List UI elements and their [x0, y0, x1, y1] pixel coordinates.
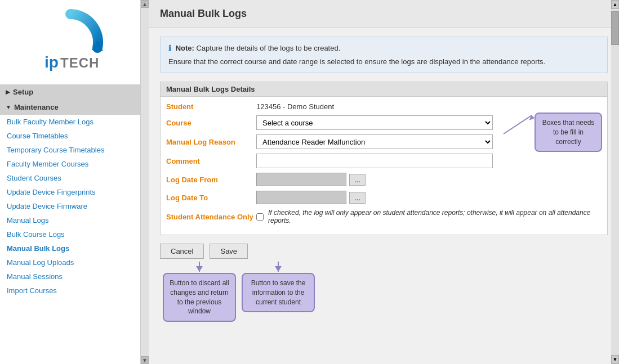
- sidebar-item-manual-sessions[interactable]: Manual Sessions: [0, 269, 140, 284]
- save-tooltip-wrapper: Button to save the information to the cu…: [239, 262, 318, 312]
- log-date-from-fields: ...: [256, 173, 366, 186]
- sidebar-item-manual-log-uploads[interactable]: Manual Log Uploads: [0, 255, 140, 269]
- cancel-button[interactable]: Cancel: [160, 244, 204, 259]
- log-date-to-input[interactable]: [256, 191, 346, 204]
- log-date-to-label: Log Date To: [166, 194, 256, 202]
- sidebar-item-bulk-course-logs[interactable]: Bulk Course Logs: [0, 227, 140, 241]
- main-scroll-up-btn[interactable]: ▲: [611, 0, 619, 9]
- boxes-tooltip: Boxes that needs to be fill in correctly: [535, 113, 602, 152]
- form-wrapper: Manual Bulk Logs Details Student 123456 …: [149, 82, 619, 235]
- maintenance-group-header[interactable]: ▼ Maintenance: [0, 100, 140, 115]
- maintenance-arrow-icon: ▼: [6, 104, 11, 110]
- buttons-area: Cancel Save Button to discard all change…: [160, 244, 608, 334]
- log-date-to-btn[interactable]: ...: [349, 192, 366, 204]
- student-attendance-row: Student Attendance Only If checked, the …: [166, 209, 602, 224]
- save-tooltip-text: Button to save the information to the cu…: [251, 279, 306, 306]
- comment-input[interactable]: [256, 154, 493, 168]
- maintenance-label: Maintenance: [14, 103, 59, 111]
- boxes-tooltip-text: Boxes that needs to be fill in correctly: [542, 119, 595, 146]
- log-date-to-row: Log Date To ...: [166, 191, 602, 204]
- manual-log-reason-select[interactable]: Attendance Reader Malfunction: [256, 134, 493, 149]
- left-scrollbar: ▲ ▼: [141, 0, 149, 364]
- buttons-row: Cancel Save: [160, 244, 608, 259]
- student-attendance-checkbox[interactable]: [256, 213, 264, 221]
- main-content: Manual Bulk Logs ℹ Note: Capture the det…: [149, 0, 619, 364]
- info-first-line: ℹ Note: Capture the details of the logs …: [168, 43, 599, 54]
- form-section-header: Manual Bulk Logs Details: [161, 82, 607, 97]
- course-label: Course: [166, 119, 256, 127]
- setup-arrow-icon: ▶: [6, 89, 10, 95]
- form-section: Manual Bulk Logs Details Student 123456 …: [160, 82, 608, 235]
- main-scroll-thumb[interactable]: [611, 11, 619, 45]
- setup-group-header[interactable]: ▶ Setup: [0, 84, 140, 100]
- manual-log-reason-label: Manual Log Reason: [166, 138, 256, 146]
- boxes-tooltip-arrow-svg: [501, 113, 535, 135]
- setup-label: Setup: [13, 88, 33, 96]
- logo: ip TECH: [37, 8, 104, 76]
- svg-line-3: [504, 115, 532, 134]
- sidebar-item-device-firmware[interactable]: Update Device Firmware: [0, 199, 140, 213]
- info-note-label: Note:: [176, 44, 194, 52]
- cancel-tooltip-wrapper: Button to discard all changes and return…: [160, 262, 239, 322]
- left-scroll-up[interactable]: ▲: [141, 0, 149, 8]
- main-scroll-down-btn[interactable]: ▼: [611, 355, 619, 364]
- save-arrow-svg: [267, 262, 290, 273]
- student-row: Student 123456 - Demo Student: [166, 102, 602, 111]
- maintenance-section: ▼ Maintenance Bulk Faculty Member Logs C…: [0, 100, 140, 298]
- log-date-from-input[interactable]: [256, 173, 346, 186]
- sidebar-item-bulk-faculty[interactable]: Bulk Faculty Member Logs: [0, 115, 140, 129]
- sidebar-item-import-courses[interactable]: Import Courses: [0, 284, 140, 298]
- student-value: 123456 - Demo Student: [256, 102, 334, 111]
- main-scrollbar: ▲ ▼: [611, 0, 619, 364]
- student-attendance-label: Student Attendance Only: [166, 213, 256, 221]
- sidebar-item-manual-bulk-logs[interactable]: Manual Bulk Logs: [0, 241, 140, 255]
- svg-marker-8: [275, 266, 282, 272]
- svg-marker-6: [196, 266, 203, 272]
- sidebar-item-student-courses[interactable]: Student Courses: [0, 171, 140, 185]
- svg-text:ip: ip: [44, 53, 59, 71]
- cancel-tooltip: Button to discard all changes and return…: [163, 273, 236, 322]
- boxes-tooltip-wrapper: Boxes that needs to be fill in correctly: [501, 113, 602, 152]
- sidebar-item-temp-timetables[interactable]: Temporary Course Timetables: [0, 143, 140, 157]
- sidebar-item-manual-logs[interactable]: Manual Logs: [0, 213, 140, 227]
- log-date-to-fields: ...: [256, 191, 366, 204]
- cancel-arrow-svg: [188, 262, 211, 273]
- logo-svg: ip TECH: [37, 8, 104, 76]
- log-date-from-row: Log Date From ...: [166, 173, 602, 186]
- maintenance-items: Bulk Faculty Member Logs Course Timetabl…: [0, 115, 140, 298]
- save-tooltip: Button to save the information to the cu…: [242, 273, 315, 312]
- comment-label: Comment: [166, 157, 256, 165]
- left-scroll-down[interactable]: ▼: [141, 356, 149, 364]
- page-title: Manual Bulk Logs: [160, 8, 247, 19]
- sidebar-item-course-timetables[interactable]: Course Timetables: [0, 129, 140, 143]
- log-date-from-label: Log Date From: [166, 176, 256, 184]
- sidebar-item-faculty-courses[interactable]: Faculty Member Courses: [0, 157, 140, 171]
- info-icon: ℹ: [168, 44, 171, 52]
- student-attendance-text: If checked, the log will only appear on …: [268, 209, 602, 224]
- info-box: ℹ Note: Capture the details of the logs …: [160, 37, 608, 73]
- sidebar: ip TECH ▶ Setup ▼ Maintenance Bulk Facul…: [0, 0, 141, 364]
- page-header: Manual Bulk Logs: [149, 0, 619, 28]
- info-note-sub: Ensure that the correct course and date …: [168, 56, 599, 68]
- comment-row: Comment: [166, 154, 602, 168]
- setup-section: ▶ Setup: [0, 84, 140, 100]
- logo-area: ip TECH: [0, 0, 140, 84]
- save-button[interactable]: Save: [210, 244, 248, 259]
- course-select[interactable]: Select a course: [256, 115, 493, 130]
- student-label: Student: [166, 102, 256, 111]
- sidebar-item-device-fingerprints[interactable]: Update Device Fingerprints: [0, 185, 140, 199]
- log-date-from-btn[interactable]: ...: [349, 174, 366, 186]
- cancel-tooltip-text: Button to discard all changes and return…: [170, 279, 229, 315]
- info-note-text: Capture the details of the logs to be cr…: [196, 44, 340, 52]
- svg-text:TECH: TECH: [60, 55, 99, 70]
